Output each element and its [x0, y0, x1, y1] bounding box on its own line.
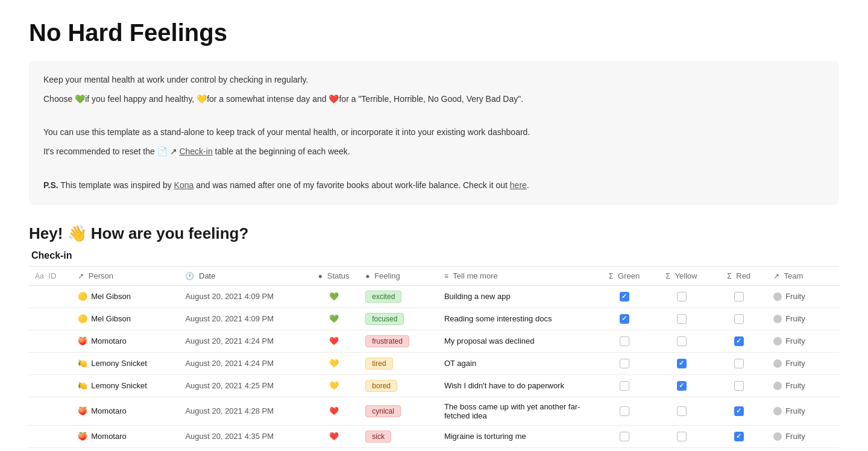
team-name: Fruity: [785, 336, 805, 345]
cell-team: Fruity: [767, 374, 839, 397]
col-header-feeling: ● Feeling: [359, 266, 438, 285]
table-header-row: Aa ID ↗ Person 🕐 Date ● Status ● Feeling…: [29, 266, 839, 285]
cell-feeling: tired: [359, 352, 438, 374]
yellow-checkbox[interactable]: [677, 359, 687, 368]
team-dot: [773, 382, 782, 390]
cell-tell: Cover for Jenny's maternity leave: [438, 447, 596, 451]
here-link[interactable]: here: [510, 180, 527, 190]
person-emoji: 🟡: [78, 292, 87, 301]
green-checkbox[interactable]: [620, 432, 629, 441]
person-emoji: 🍑: [78, 336, 87, 345]
cell-person: 🍋 Lemony Snicket: [72, 447, 179, 451]
person-name: Mel Gibson: [91, 292, 131, 301]
cell-green: [596, 285, 653, 308]
cell-feeling: cynical: [359, 397, 438, 425]
green-checkbox[interactable]: [620, 314, 629, 324]
cell-tell: Reading some interesting docs: [438, 308, 596, 330]
cell-red: [710, 352, 767, 374]
cell-person: 🟡 Mel Gibson: [72, 285, 179, 308]
green-checkbox[interactable]: [620, 359, 629, 368]
feeling-badge: sick: [365, 430, 391, 443]
col-header-red: Σ Red: [710, 266, 767, 285]
cell-date: August 20, 2021 4:24 PM: [179, 330, 308, 352]
cell-status: ❤️: [308, 447, 359, 451]
cell-id: [29, 308, 72, 330]
green-checkbox[interactable]: [620, 381, 629, 391]
checkin-link[interactable]: Check-in: [179, 147, 212, 156]
feeling-badge: cynical: [365, 405, 401, 417]
yellow-checkbox[interactable]: [677, 314, 687, 324]
cell-tell: OT again: [438, 352, 596, 374]
info-ps: P.S. This template was inspired by Kona …: [43, 178, 825, 193]
cell-green: [596, 374, 653, 397]
red-checkbox[interactable]: [734, 359, 744, 368]
table-title: Check-in: [29, 250, 839, 261]
cell-green: [596, 330, 653, 352]
team-name: Fruity: [785, 381, 805, 390]
cell-status: 💚: [308, 285, 359, 308]
cell-feeling: exhausted: [359, 447, 438, 451]
person-name: Momotaro: [91, 432, 127, 441]
red-checkbox[interactable]: [734, 336, 744, 346]
team-name: Fruity: [785, 314, 805, 323]
red-checkbox[interactable]: [734, 432, 744, 441]
cell-person: 🟡 Mel Gibson: [72, 308, 179, 330]
yellow-checkbox[interactable]: [677, 432, 687, 441]
feeling-badge: tired: [365, 358, 392, 370]
red-checkbox[interactable]: [734, 381, 744, 391]
yellow-checkbox[interactable]: [677, 336, 687, 346]
cell-person: 🍑 Momotaro: [72, 397, 179, 425]
green-checkbox[interactable]: [620, 292, 629, 301]
red-checkbox[interactable]: [734, 292, 744, 301]
cell-feeling: sick: [359, 425, 438, 447]
col-header-tell: ≡ Tell me more: [438, 266, 596, 285]
cell-status: ❤️: [308, 330, 359, 352]
cell-feeling: bored: [359, 374, 438, 397]
cell-person: 🍋 Lemony Snicket: [72, 374, 179, 397]
green-checkbox[interactable]: [620, 406, 629, 416]
feeling-badge: excited: [365, 291, 401, 303]
red-checkbox[interactable]: [734, 314, 744, 324]
cell-date: August 20, 2021 4:28 PM: [179, 397, 308, 425]
table-row: 🍑 Momotaro August 20, 2021 4:35 PM ❤️ si…: [29, 425, 839, 447]
cell-date: August 20, 2021 4:09 PM: [179, 285, 308, 308]
cell-red: [710, 308, 767, 330]
person-name: Lemony Snicket: [91, 381, 147, 390]
table-row: 🟡 Mel Gibson August 20, 2021 4:09 PM 💚 f…: [29, 308, 839, 330]
green-checkbox[interactable]: [620, 336, 629, 346]
cell-id: [29, 330, 72, 352]
person-name: Mel Gibson: [91, 314, 131, 323]
page-title: No Hard Feelings: [29, 19, 839, 46]
cell-tell: My proposal was declined: [438, 330, 596, 352]
yellow-checkbox[interactable]: [677, 381, 687, 391]
cell-id: [29, 447, 72, 451]
cell-status: 💛: [308, 374, 359, 397]
red-checkbox[interactable]: [734, 406, 744, 416]
person-name: Lemony Snicket: [91, 359, 147, 368]
table-row: 🍋 Lemony Snicket August 20, 2021 4:25 PM…: [29, 374, 839, 397]
cell-feeling: focused: [359, 308, 438, 330]
yellow-checkbox[interactable]: [677, 292, 687, 301]
cell-status: ❤️: [308, 425, 359, 447]
col-header-date: 🕐 Date: [179, 266, 308, 285]
cell-id: [29, 397, 72, 425]
cell-team: Fruity: [767, 308, 839, 330]
col-header-yellow: Σ Yellow: [653, 266, 710, 285]
cell-yellow: [653, 397, 710, 425]
cell-red: [710, 425, 767, 447]
kona-link[interactable]: Kona: [174, 180, 194, 190]
feeling-badge: bored: [365, 380, 397, 392]
team-dot: [773, 337, 782, 345]
feeling-badge: focused: [365, 313, 404, 325]
person-emoji: 🍑: [78, 406, 87, 415]
team-dot: [773, 432, 782, 441]
yellow-checkbox[interactable]: [677, 406, 687, 416]
cell-tell: Wish I didn't have to do paperwork: [438, 374, 596, 397]
table-row: 🍋 Lemony Snicket August 20, 2021 4:36 PM…: [29, 447, 839, 451]
cell-yellow: [653, 352, 710, 374]
cell-date: August 20, 2021 4:35 PM: [179, 425, 308, 447]
team-name: Fruity: [785, 359, 805, 368]
col-header-id: Aa ID: [29, 266, 72, 285]
cell-feeling: excited: [359, 285, 438, 308]
cell-red: [710, 374, 767, 397]
